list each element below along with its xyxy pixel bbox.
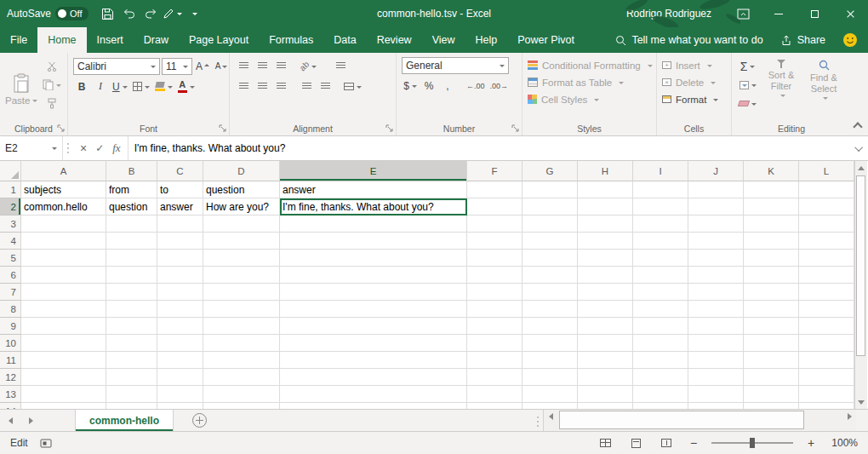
cell-F3[interactable] [467,216,523,233]
cell-A11[interactable] [21,352,106,369]
cell-I9[interactable] [633,318,688,335]
cell-D5[interactable] [203,250,280,267]
ribbon-display-options-button[interactable] [725,0,761,27]
cell-A2[interactable]: common.hello [21,198,106,216]
cell-I4[interactable] [633,233,688,250]
new-sheet-button[interactable] [192,413,207,428]
align-left-button[interactable] [235,78,252,95]
select-all-corner[interactable] [0,161,21,181]
cell-K2[interactable] [744,198,799,216]
row-header-10[interactable]: 10 [0,335,21,352]
save-button[interactable] [99,3,117,24]
sort-filter-button[interactable]: Sort & Filter [762,57,801,122]
cell-G13[interactable] [523,386,578,403]
decrease-decimal-button[interactable]: .00→ [488,77,511,95]
cell-L8[interactable] [799,301,854,318]
cell-D2[interactable]: How are you? [203,198,280,216]
tell-me-box[interactable]: Tell me what you want to do [615,34,762,46]
row-header-3[interactable]: 3 [0,216,21,233]
cell-C11[interactable] [157,352,203,369]
column-header-J[interactable]: J [688,161,744,181]
cell-I1[interactable] [633,181,688,198]
zoom-in-button[interactable]: + [805,436,817,450]
cell-J6[interactable] [688,267,744,284]
column-header-H[interactable]: H [578,161,633,181]
formula-input[interactable]: I'm fine, thanks. What about you? [128,136,851,160]
row-header-1[interactable]: 1 [0,181,21,198]
cell-B6[interactable] [106,267,157,284]
cell-K7[interactable] [744,284,799,301]
shrink-font-button[interactable]: A [213,57,230,75]
column-header-F[interactable]: F [467,161,523,181]
cell-B9[interactable] [106,318,157,335]
currency-format-button[interactable]: $ [402,77,419,95]
cell-C7[interactable] [157,284,203,301]
cell-L1[interactable] [799,181,854,198]
cell-E1[interactable]: answer [280,181,467,198]
fill-button[interactable] [737,76,758,94]
cell-K5[interactable] [744,250,799,267]
cell-L10[interactable] [799,335,854,352]
cell-C4[interactable] [157,233,203,250]
cell-C1[interactable]: to [157,181,203,198]
format-painter-button[interactable] [41,95,63,112]
zoom-slider-thumb[interactable] [750,438,755,448]
cell-B13[interactable] [106,386,157,403]
name-box[interactable]: E2 [0,136,63,160]
macro-record-button[interactable] [40,439,52,448]
tab-power-pivot[interactable]: Power Pivot [507,27,585,53]
cell-C3[interactable] [157,216,203,233]
format-cells-button[interactable]: Format [662,91,718,107]
cell-I8[interactable] [633,301,688,318]
number-format-select[interactable]: General [402,57,509,74]
font-color-button[interactable]: A [176,78,197,95]
cell-G2[interactable] [523,198,578,216]
underline-button[interactable]: U [111,78,129,95]
cell-F9[interactable] [467,318,523,335]
cell-F7[interactable] [467,284,523,301]
cell-H9[interactable] [578,318,633,335]
cell-I6[interactable] [633,267,688,284]
cell-J10[interactable] [688,335,744,352]
cell-J9[interactable] [688,318,744,335]
cell-C9[interactable] [157,318,203,335]
cell-G11[interactable] [523,352,578,369]
normal-view-button[interactable] [596,434,614,451]
cell-A6[interactable] [21,267,106,284]
cell-J8[interactable] [688,301,744,318]
tab-file[interactable]: File [0,27,37,53]
tab-formulas[interactable]: Formulas [259,27,323,53]
tab-help[interactable]: Help [465,27,508,53]
cell-G12[interactable] [523,369,578,386]
scroll-up-button[interactable] [855,161,867,175]
cell-H11[interactable] [578,352,633,369]
cell-G7[interactable] [523,284,578,301]
cell-B7[interactable] [106,284,157,301]
cell-B5[interactable] [106,250,157,267]
cell-J5[interactable] [688,250,744,267]
cell-J13[interactable] [688,386,744,403]
cell-E2[interactable]: I'm fine, thanks. What about you? [280,198,467,216]
cell-L3[interactable] [799,216,854,233]
cell-D4[interactable] [203,233,280,250]
cell-K3[interactable] [744,216,799,233]
cell-J1[interactable] [688,181,744,198]
cell-H8[interactable] [578,301,633,318]
tab-view[interactable]: View [422,27,465,53]
tab-review[interactable]: Review [367,27,422,53]
cell-A12[interactable] [21,369,106,386]
column-header-E[interactable]: E [280,161,467,181]
horizontal-scroll-track[interactable] [557,410,842,431]
tab-draw[interactable]: Draw [134,27,179,53]
cell-G6[interactable] [523,267,578,284]
number-dialog-launcher[interactable] [511,124,519,132]
cell-L9[interactable] [799,318,854,335]
cell-C5[interactable] [157,250,203,267]
cell-C10[interactable] [157,335,203,352]
cell-B12[interactable] [106,369,157,386]
cell-G8[interactable] [523,301,578,318]
bottom-align-button[interactable] [272,57,289,75]
formula-bar-splitter[interactable] [67,143,69,145]
cell-L6[interactable] [799,267,854,284]
page-break-view-button[interactable] [657,434,676,451]
